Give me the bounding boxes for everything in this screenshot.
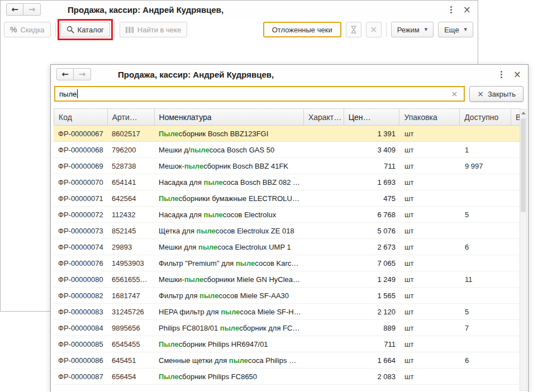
table-row[interactable]: ФР-000000856545455Пылесборник Philips HR… [54, 336, 521, 352]
cell-nomenclature: Насадка для пылесоса Bosch BBZ 082 … [154, 178, 304, 187]
close-catalog-button[interactable]: × Закрыть [469, 86, 523, 102]
toolbar-separator [55, 22, 56, 37]
cell-nomenclature: Пылесборник Bosch BBZ123FGI [154, 130, 304, 138]
search-match-text: пыле [190, 146, 209, 154]
table-row[interactable]: ФР-0000007429893Мешки для пылесоса Elect… [54, 239, 521, 255]
window-close-icon[interactable]: × [463, 5, 471, 15]
table-row[interactable]: ФР-0000007614953903Фильтр "Premium" для … [54, 255, 521, 271]
menu-dots-icon[interactable] [448, 4, 454, 15]
search-match-text: Пыле [159, 372, 179, 381]
column-header-packaging[interactable]: Упаковка [399, 109, 460, 125]
column-header-price[interactable]: Цен… [344, 109, 400, 125]
mode-button[interactable]: Режим ▼ [391, 22, 434, 37]
column-header-characteristic[interactable]: Характ… [304, 109, 344, 125]
chevron-down-icon: ▼ [464, 27, 467, 32]
cancel-x-icon: × [370, 25, 377, 34]
cell-nomenclature: Сменные щетки для пылесоса Philips … [154, 356, 304, 365]
table-row[interactable]: ФР-00000070654141Насадка для пылесоса Bo… [54, 174, 521, 190]
search-match-text: пыле [204, 211, 223, 219]
cell-packaging: шт [400, 146, 460, 154]
table-row[interactable]: ФР-00000086645451Сменные щетки для пылес… [54, 352, 521, 369]
cell-code: ФР-00000071 [54, 194, 107, 203]
cell-nomenclature: Щетка для пылесосов Electrolux ZE 018 [154, 227, 304, 235]
cell-price: 1 249 [344, 275, 400, 284]
magnifier-icon [66, 26, 74, 34]
window-close-icon[interactable]: × [513, 70, 521, 79]
forward-arrow-icon: → [28, 4, 36, 15]
scrollbar-thumb[interactable] [521, 118, 526, 212]
cell-price: 6 768 [344, 211, 400, 219]
search-match-text: пыле [184, 162, 203, 170]
column-header-article[interactable]: Арти… [108, 109, 155, 125]
catalog-button[interactable]: Каталог [60, 22, 110, 37]
table-row[interactable]: ФР-000000821681747Фильтр для пылесосов M… [54, 288, 521, 304]
forward-button[interactable]: → [23, 3, 41, 16]
deferred-receipts-label: Отложенные чеки [272, 26, 332, 34]
search-input[interactable]: пыле × [54, 86, 465, 102]
cell-article: 796200 [107, 146, 154, 154]
cell-article: 14953903 [107, 259, 154, 267]
discount-label: Скидка [20, 26, 44, 34]
cell-nomenclature: Пылесборник Philips FC8650 [154, 372, 304, 381]
table-row[interactable]: ФР-0000008331245726HEPA фильтр для пылес… [54, 304, 521, 320]
cell-code: ФР-00000082 [54, 291, 107, 300]
forward-button[interactable]: → [74, 68, 91, 80]
cell-code: ФР-00000074 [54, 243, 107, 251]
discount-button[interactable]: % Скидка [4, 22, 51, 37]
search-match-text: пыле [236, 259, 255, 267]
cell-code: ФР-00000073 [54, 227, 107, 235]
cell-price: 2 120 [344, 308, 400, 316]
more-button[interactable]: Еще ▼ [438, 22, 473, 37]
table-row[interactable]: ФР-00000069528738Мешок-пылесборник Bosch… [54, 158, 521, 174]
search-match-text: пыле [204, 178, 223, 187]
cell-nomenclature: Philips FC8018/01 пылесборник для FC… [154, 324, 304, 332]
cell-available: 5 [460, 211, 512, 219]
cell-code: ФР-00000067 [54, 130, 107, 138]
cell-packaging: шт [400, 162, 460, 170]
table-row[interactable]: ФР-00000071642564Пылесборники бумажные E… [54, 190, 521, 207]
scroll-up-button[interactable] [520, 109, 526, 117]
cell-nomenclature: Мешки-пылесборники Miele GN HyClea… [154, 275, 304, 284]
table-row[interactable]: ФР-000000678602517Пылесборник Bosch BBZ1… [54, 126, 521, 142]
cell-code: ФР-00000076 [54, 259, 107, 267]
cell-packaging: шт [400, 211, 460, 219]
table-row[interactable]: ФР-00000073852145Щетка для пылесосов Ele… [54, 223, 521, 239]
catalog-search-row: пыле × × Закрыть [51, 84, 528, 102]
table-row[interactable]: ФР-00000068796200Мешки д/пылесоса Bosch … [54, 142, 521, 158]
cell-available: 9 997 [460, 162, 512, 170]
back-button[interactable]: ← [56, 68, 74, 80]
column-header-code[interactable]: Код [54, 109, 108, 125]
vertical-scrollbar[interactable] [520, 109, 527, 391]
deferred-receipts-button[interactable]: Отложенные чеки [263, 22, 341, 37]
cancel-button[interactable]: × [366, 22, 382, 37]
back-button[interactable]: ← [6, 3, 23, 16]
cell-article: 1681747 [107, 291, 154, 300]
cell-available: 1 [460, 146, 512, 154]
clear-search-icon[interactable]: × [449, 89, 460, 99]
main-window-controls: × [448, 1, 471, 18]
cell-available: 6 [460, 356, 512, 365]
catalog-label: Каталог [78, 26, 104, 34]
cell-nomenclature: Мешки для пылесоса Electrolux UMP 1 [154, 243, 304, 251]
cell-price: 1 693 [344, 178, 400, 187]
search-match-text: пыле [197, 227, 216, 235]
find-in-receipt-button[interactable]: Найти в чеке [120, 22, 187, 37]
column-header-available[interactable]: Доступно [460, 109, 511, 125]
menu-dots-icon[interactable] [498, 69, 504, 80]
cell-code: ФР-00000083 [54, 308, 107, 316]
cell-code: ФР-00000080 [54, 275, 107, 284]
column-header-nomenclature[interactable]: Номенклатура [155, 109, 304, 125]
table-row[interactable]: ФР-00000072112432Насадка для пылесосов E… [54, 207, 521, 223]
table-row[interactable]: ФР-000000849895656Philips FC8018/01 пыле… [54, 320, 521, 336]
cell-article: 6561655… [107, 275, 154, 284]
search-match-text: Пыле [159, 340, 179, 348]
triangle-up-icon [521, 112, 526, 114]
main-titlebar: ← → Продажа, кассир: Андрей Кудрявцев, × [1, 1, 478, 18]
catalog-titlebar: ← → Продажа, кассир: Андрей Кудрявцев, × [51, 65, 528, 84]
hourglass-button[interactable] [346, 22, 361, 37]
cell-packaging: шт [400, 275, 460, 284]
column-header-v[interactable]: В [511, 109, 520, 125]
table-row[interactable]: ФР-000000806561655…Мешки-пылесборники Mi… [54, 271, 521, 288]
table-row[interactable]: ФР-00000087656454Пылесборник Philips FC8… [54, 369, 521, 385]
cell-nomenclature: Мешок-пылесборник Bosch BBZ 41FK [154, 162, 304, 170]
